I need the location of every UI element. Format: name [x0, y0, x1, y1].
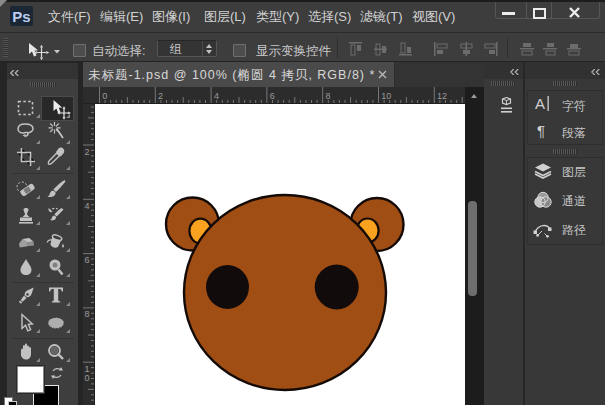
svg-text:8: 8: [85, 309, 90, 319]
svg-text:0: 0: [102, 91, 107, 101]
svg-text:¶: ¶: [537, 122, 545, 139]
svg-text:A: A: [535, 95, 545, 112]
svg-text:8: 8: [326, 91, 331, 101]
svg-text:4: 4: [85, 201, 90, 211]
svg-text:6: 6: [85, 255, 90, 265]
svg-text:10: 10: [381, 91, 391, 101]
svg-text:4: 4: [214, 91, 219, 101]
svg-text:2: 2: [158, 91, 163, 101]
svg-text:0: 0: [85, 373, 90, 383]
svg-text:12: 12: [437, 91, 447, 101]
svg-text:6: 6: [270, 91, 275, 101]
svg-text:2: 2: [85, 147, 90, 157]
